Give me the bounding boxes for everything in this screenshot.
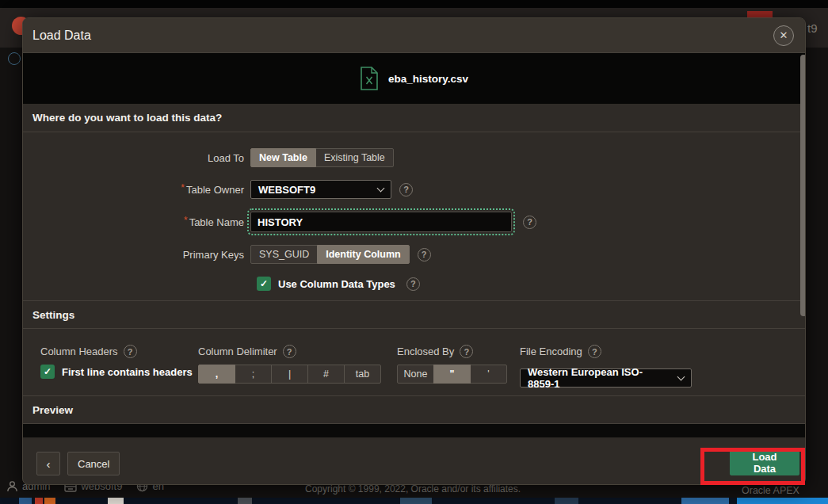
use-column-data-types-row: ✓ Use Column Data Types ? bbox=[257, 277, 805, 291]
load-data-dialog: Load Data ✕ eba_history.csv Where do you… bbox=[22, 17, 806, 485]
table-owner-value: WEBSOFT9 bbox=[258, 184, 315, 196]
enclosed-option-single-quote[interactable]: ' bbox=[470, 365, 507, 384]
table-owner-row: *Table Owner WEBSOFT9 ? bbox=[23, 180, 805, 199]
preview-content-strip bbox=[23, 424, 805, 437]
primary-keys-option-identity-column[interactable]: Identity Column bbox=[317, 245, 409, 264]
load-to-option-existing-table[interactable]: Existing Table bbox=[315, 148, 394, 167]
load-to-label: Load To bbox=[23, 152, 250, 164]
dialog-footer: ‹ Cancel Load Data bbox=[23, 437, 805, 484]
copyright-text: Copyright © 1999, 2022, Oracle and/or it… bbox=[305, 483, 521, 494]
enclosed-by-help-icon[interactable]: ? bbox=[460, 345, 473, 358]
taskbar-fragment bbox=[35, 498, 43, 504]
table-owner-label: *Table Owner bbox=[23, 184, 250, 196]
file-encoding-group: File Encoding ? Western European ISO-885… bbox=[520, 345, 692, 388]
first-line-headers-label: First line contains headers bbox=[62, 366, 193, 378]
first-line-headers-checkbox[interactable]: ✓ bbox=[40, 365, 55, 379]
primary-keys-help-icon[interactable]: ? bbox=[418, 248, 431, 262]
file-encoding-value: Western European ISO-8859-1 bbox=[528, 366, 669, 390]
taskbar-fragment bbox=[44, 498, 55, 504]
column-delimiter-group: Column Delimiter ? , ; | # tab bbox=[198, 345, 381, 384]
table-name-help-icon[interactable]: ? bbox=[523, 216, 536, 229]
enclosed-by-toggle: None " ' bbox=[397, 365, 507, 384]
file-encoding-select[interactable]: Western European ISO-8859-1 bbox=[520, 368, 692, 388]
load-data-button[interactable]: Load Data bbox=[730, 450, 799, 475]
load-to-option-new-table[interactable]: New Table bbox=[250, 148, 316, 167]
cancel-button[interactable]: Cancel bbox=[67, 452, 120, 475]
taskbar-strip bbox=[0, 498, 828, 504]
delimiter-option-hash[interactable]: # bbox=[307, 365, 345, 384]
file-banner: eba_history.csv bbox=[23, 53, 805, 104]
screen: t9 admin websoft9 en Copyright © 19 bbox=[0, 0, 828, 504]
user-icon bbox=[6, 480, 18, 492]
column-delimiter-label: Column Delimiter bbox=[198, 346, 277, 357]
enclosed-option-double-quote[interactable]: " bbox=[433, 365, 471, 384]
required-marker: * bbox=[184, 215, 188, 226]
taskbar-fragment bbox=[555, 498, 578, 504]
file-encoding-label-row: File Encoding ? bbox=[520, 345, 692, 358]
dialog-header: Load Data ✕ bbox=[23, 18, 805, 53]
load-to-row: Load To New Table Existing Table bbox=[23, 148, 805, 167]
file-encoding-help-icon[interactable]: ? bbox=[588, 345, 601, 358]
back-arrow-icon bbox=[8, 52, 21, 65]
enclosed-by-label: Enclosed By bbox=[397, 346, 454, 357]
table-owner-select[interactable]: WEBSOFT9 bbox=[250, 180, 391, 199]
column-headers-label-row: Column Headers ? bbox=[40, 345, 193, 358]
chevron-down-icon bbox=[377, 184, 385, 192]
primary-keys-row: Primary Keys SYS_GUID Identity Column ? bbox=[23, 245, 805, 264]
column-headers-label: Column Headers bbox=[40, 346, 118, 357]
file-encoding-label: File Encoding bbox=[520, 346, 582, 357]
taskbar-fragment bbox=[238, 498, 252, 504]
browser-top-strip bbox=[0, 0, 828, 8]
column-headers-group: Column Headers ? ✓ First line contains h… bbox=[40, 345, 193, 379]
required-marker: * bbox=[181, 182, 185, 193]
taskbar-fragment bbox=[108, 498, 124, 504]
delimiter-option-semicolon[interactable]: ; bbox=[235, 365, 272, 384]
taskbar-fragment bbox=[19, 498, 32, 504]
column-delimiter-help-icon[interactable]: ? bbox=[283, 345, 296, 358]
file-name: eba_history.csv bbox=[388, 73, 468, 85]
delimiter-option-comma[interactable]: , bbox=[198, 365, 235, 384]
taskbar-fragment bbox=[400, 498, 432, 504]
dialog-scrollbar-thumb[interactable] bbox=[800, 55, 806, 316]
enclosed-by-group: Enclosed By ? None " ' bbox=[397, 345, 507, 384]
use-column-data-types-help-icon[interactable]: ? bbox=[406, 277, 420, 291]
use-column-data-types-label: Use Column Data Types bbox=[278, 278, 395, 290]
table-name-input[interactable] bbox=[250, 212, 512, 232]
column-headers-help-icon[interactable]: ? bbox=[124, 345, 137, 358]
where-form: Load To New Table Existing Table *Table … bbox=[23, 132, 805, 300]
taskbar-fragment bbox=[737, 498, 828, 504]
table-name-label: *Table Name bbox=[23, 216, 250, 228]
section-title-preview: Preview bbox=[23, 395, 805, 424]
section-title-where: Where do you want to load this data? bbox=[23, 104, 805, 132]
chevron-down-icon bbox=[677, 372, 685, 380]
delimiter-option-pipe[interactable]: | bbox=[271, 365, 308, 384]
settings-body: Column Headers ? ✓ First line contains h… bbox=[23, 329, 805, 395]
column-delimiter-toggle: , ; | # tab bbox=[198, 365, 381, 384]
header-partial-text: t9 bbox=[807, 21, 818, 35]
table-name-row: *Table Name ? bbox=[23, 212, 805, 232]
delimiter-option-tab[interactable]: tab bbox=[344, 365, 381, 384]
back-button[interactable]: ‹ bbox=[36, 452, 60, 475]
csv-file-icon bbox=[360, 67, 379, 90]
primary-keys-option-sys-guid[interactable]: SYS_GUID bbox=[250, 245, 318, 264]
enclosed-option-none[interactable]: None bbox=[397, 365, 434, 384]
column-headers-control: ✓ First line contains headers bbox=[40, 365, 193, 379]
primary-keys-label: Primary Keys bbox=[23, 249, 250, 261]
section-title-settings: Settings bbox=[23, 300, 805, 329]
column-delimiter-label-row: Column Delimiter ? bbox=[198, 345, 381, 358]
dialog-title: Load Data bbox=[32, 29, 91, 43]
load-to-toggle: New Table Existing Table bbox=[250, 148, 394, 167]
primary-keys-toggle: SYS_GUID Identity Column bbox=[250, 245, 410, 264]
taskbar-fragment bbox=[681, 498, 729, 504]
table-owner-help-icon[interactable]: ? bbox=[399, 183, 413, 197]
use-column-data-types-checkbox[interactable]: ✓ bbox=[257, 277, 271, 291]
close-icon[interactable]: ✕ bbox=[773, 25, 794, 46]
enclosed-by-label-row: Enclosed By ? bbox=[397, 345, 507, 358]
